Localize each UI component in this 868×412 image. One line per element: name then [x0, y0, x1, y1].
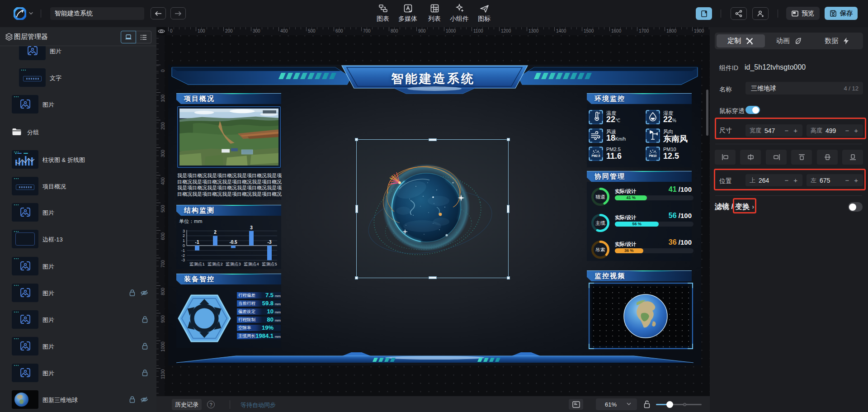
- layer-label: 边框-13: [42, 236, 63, 244]
- layer-item[interactable]: 图新三维地球: [0, 390, 156, 409]
- resize-handle-sw[interactable]: [355, 276, 358, 279]
- environment-item-vane: 风向东南风: [646, 128, 695, 143]
- menu-item-plane[interactable]: 图标: [470, 4, 499, 24]
- layer-group-row[interactable]: 分组: [0, 121, 156, 143]
- resize-handle-e[interactable]: [507, 205, 509, 213]
- undo-button[interactable]: [151, 7, 166, 19]
- thumb-dots: [14, 231, 19, 232]
- layer-item[interactable]: 图片: [0, 257, 156, 275]
- zoom-slider-knob[interactable]: [666, 401, 673, 408]
- list-view-button[interactable]: [136, 31, 151, 43]
- layer-thumbnail[interactable]: [12, 310, 38, 329]
- layer-thumbnail[interactable]: [12, 177, 38, 195]
- preview-button[interactable]: 预览: [786, 7, 820, 20]
- layer-item[interactable]: 图片: [0, 203, 156, 222]
- layer-item[interactable]: 图片: [0, 364, 156, 382]
- menu-item-media[interactable]: 多媒体: [393, 4, 422, 24]
- layer-item[interactable]: 图片: [0, 337, 156, 355]
- tab-data[interactable]: 数据: [813, 34, 861, 47]
- ruler-tick: [416, 27, 417, 31]
- layer-item[interactable]: 文字: [0, 68, 156, 87]
- align-left-icon: [722, 154, 729, 161]
- align-right-button[interactable]: [766, 150, 787, 165]
- layer-thumbnail[interactable]: [12, 203, 38, 222]
- layer-item[interactable]: 项目概况: [0, 177, 156, 195]
- lock-icon[interactable]: [129, 396, 136, 403]
- environment-item-wind: 风速18Km/h: [589, 128, 638, 143]
- tab-label: 动画: [776, 37, 790, 45]
- layer-thumbnail[interactable]: [12, 364, 38, 382]
- align-center-vertical-button[interactable]: [817, 150, 838, 165]
- align-left-button[interactable]: [715, 150, 736, 165]
- lock-icon[interactable]: [142, 342, 148, 350]
- filter-toggle[interactable]: [848, 202, 863, 212]
- project-name-input[interactable]: [50, 7, 144, 20]
- eye-off-icon[interactable]: [140, 289, 148, 297]
- temp-icon: [589, 110, 603, 124]
- zoom-slider[interactable]: [656, 404, 702, 405]
- layer-item[interactable]: 图片: [0, 46, 156, 60]
- history-button[interactable]: 历史记录: [172, 399, 202, 410]
- resize-handle-ne[interactable]: [507, 138, 510, 141]
- stat-label: 行程限制: [238, 317, 255, 323]
- ruler-tick: [472, 27, 472, 31]
- layer-thumbnail[interactable]: [19, 46, 46, 60]
- ruler-tick: [278, 27, 279, 31]
- layer-thumbnail[interactable]: [12, 150, 38, 169]
- logo-dropdown-icon[interactable]: [28, 11, 33, 16]
- align-bottom-button[interactable]: [842, 150, 863, 165]
- layer-item[interactable]: 图片: [0, 310, 156, 329]
- layer-thumbnail[interactable]: [12, 95, 38, 114]
- lock-icon[interactable]: [142, 316, 148, 323]
- layout-panel-button[interactable]: [569, 399, 583, 410]
- resize-handle-s[interactable]: [429, 276, 437, 279]
- user-button[interactable]: [752, 7, 769, 20]
- thumb-dots: [14, 365, 19, 366]
- layer-thumbnail[interactable]: [12, 284, 38, 302]
- lock-icon[interactable]: [129, 289, 136, 297]
- layer-item[interactable]: 图片: [0, 95, 156, 114]
- save-button[interactable]: 保存: [825, 7, 858, 20]
- thumb-dots: [21, 70, 26, 71]
- unlock-icon[interactable]: [643, 400, 651, 409]
- layer-thumbnail[interactable]: [12, 230, 38, 248]
- layer-thumbnail[interactable]: [12, 337, 38, 355]
- resize-handle-n[interactable]: [429, 138, 437, 141]
- editor-canvas[interactable]: 智能建造系统 项目概况: [156, 27, 710, 396]
- layer-item[interactable]: 图片: [0, 284, 156, 302]
- help-button[interactable]: ?: [207, 401, 215, 408]
- tab-customize[interactable]: 定制: [717, 34, 765, 47]
- layer-item[interactable]: 边框-13: [0, 230, 156, 248]
- thumb-dots: [14, 338, 19, 339]
- mouse-through-toggle[interactable]: [745, 106, 760, 114]
- topbar-divider: [41, 9, 41, 18]
- zoom-select[interactable]: 61%: [596, 398, 637, 410]
- name-label: 名称: [719, 85, 732, 94]
- ruler-corner: [156, 27, 166, 35]
- layer-thumbnail[interactable]: [12, 390, 38, 409]
- thumbnail-view-button[interactable]: [121, 31, 136, 43]
- dashboard-design[interactable]: 智能建造系统 项目概况: [168, 65, 701, 365]
- eye-off-icon[interactable]: [140, 396, 148, 403]
- align-center-vertical-icon: [824, 154, 831, 161]
- resize-handle-se[interactable]: [507, 276, 510, 279]
- layer-item[interactable]: 柱状图 & 折线图: [0, 150, 156, 169]
- resize-handle-w[interactable]: [355, 205, 358, 213]
- resource-library-button[interactable]: [696, 7, 712, 20]
- resize-handle-nw[interactable]: [355, 138, 358, 141]
- redo-button[interactable]: [170, 7, 186, 19]
- name-input[interactable]: 三维地球 4 / 12: [745, 82, 863, 95]
- lock-icon[interactable]: [142, 369, 148, 377]
- share-button[interactable]: [731, 7, 747, 20]
- app-logo-icon[interactable]: [14, 7, 26, 20]
- layer-thumbnail[interactable]: [12, 257, 38, 275]
- align-top-button[interactable]: [791, 150, 812, 165]
- tab-animation[interactable]: 动画: [765, 34, 813, 47]
- svg-text:-1: -1: [195, 240, 199, 245]
- selection-box[interactable]: [356, 139, 509, 278]
- eye-icon[interactable]: [158, 28, 165, 34]
- vertical-scrollbar[interactable]: [706, 90, 708, 136]
- layer-thumbnail[interactable]: [19, 68, 46, 87]
- align-center-horizontal-button[interactable]: [740, 150, 761, 165]
- panel-title: 环境监控: [594, 95, 625, 103]
